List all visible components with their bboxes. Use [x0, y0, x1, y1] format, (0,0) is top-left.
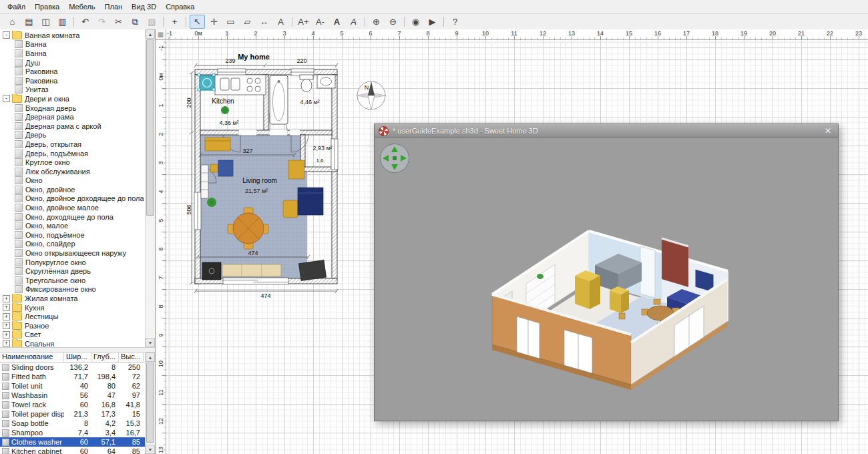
catalog-item[interactable]: Входная дверь: [0, 103, 146, 113]
3d-window-titlebar[interactable]: * userGuideExample.sh3d - Sweet Home 3D …: [375, 124, 838, 138]
3d-view-window[interactable]: * userGuideExample.sh3d - Sweet Home 3D …: [374, 124, 839, 421]
compass[interactable]: N: [357, 81, 386, 109]
scrollbar-thumb[interactable]: [146, 39, 154, 216]
catalog-category-living-room[interactable]: +Жилая комната: [0, 294, 146, 303]
table-row[interactable]: Clothes washer6057,185: [0, 437, 146, 447]
save-plan-button[interactable]: ◫: [38, 15, 53, 29]
desk-2[interactable]: [288, 160, 304, 179]
new-plan-button[interactable]: ⌂: [5, 15, 20, 29]
tree-toggle-icon[interactable]: +: [3, 313, 10, 320]
catalog-scrollbar[interactable]: ▲ ▼: [145, 29, 155, 347]
tree-toggle-icon[interactable]: -: [3, 95, 10, 102]
catalog-category-staircases[interactable]: +Лестницы: [0, 312, 146, 321]
3d-scene[interactable]: [375, 138, 838, 421]
create-dimensions-mode-button[interactable]: ↔: [256, 15, 272, 29]
plant-icon[interactable]: [207, 198, 216, 207]
catalog-category-light[interactable]: +Свет: [0, 330, 146, 340]
scroll-down-button[interactable]: ▼: [146, 445, 155, 454]
decrease-text-size-button[interactable]: A-: [312, 15, 328, 29]
catalog-item[interactable]: Раковина: [0, 67, 146, 76]
sofa[interactable]: [205, 138, 230, 151]
catalog-item[interactable]: Душ: [0, 58, 146, 67]
table-row[interactable]: Sliding doors136,28250: [0, 363, 146, 372]
sidebar-splitter[interactable]: [0, 347, 155, 353]
zoom-out-button[interactable]: ⊖: [385, 15, 401, 29]
increase-text-size-button[interactable]: A+: [296, 15, 311, 29]
paste-button[interactable]: ▨: [144, 15, 160, 29]
tree-toggle-icon[interactable]: -: [3, 31, 10, 39]
tree-toggle-icon[interactable]: +: [3, 295, 10, 302]
menu-edit[interactable]: Правка: [30, 0, 64, 13]
armchair[interactable]: [283, 200, 298, 218]
toilet[interactable]: [300, 75, 313, 92]
catalog-category-bathroom[interactable]: -Ванная комната: [0, 31, 146, 40]
tree-toggle-icon[interactable]: +: [3, 331, 10, 338]
column-header-width[interactable]: Шир...: [64, 353, 91, 362]
tree-toggle-icon[interactable]: +: [3, 340, 10, 347]
catalog-item[interactable]: Окно, доходящее до пола: [0, 212, 146, 222]
scroll-up-button[interactable]: ▲: [146, 29, 155, 39]
close-button[interactable]: ✕: [822, 126, 834, 136]
create-rooms-mode-button[interactable]: ▱: [240, 15, 255, 29]
catalog-item[interactable]: Окно открывающееся наружу: [0, 248, 146, 258]
table-row[interactable]: Shampoo7,43,416,7: [0, 428, 146, 437]
hifi-unit[interactable]: [202, 262, 221, 280]
column-header-height[interactable]: Выс...: [119, 353, 144, 362]
3d-view-canvas[interactable]: [375, 138, 838, 421]
catalog-item[interactable]: Полукруглое окно: [0, 258, 146, 267]
tv[interactable]: [298, 260, 326, 280]
clothes-washer-selected[interactable]: [198, 73, 215, 91]
menu-help[interactable]: Справка: [161, 0, 199, 13]
create-walls-mode-button[interactable]: ▭: [223, 15, 238, 29]
catalog-item[interactable]: Дверь, открытая: [0, 140, 146, 149]
catalog-item[interactable]: Треугольное окно: [0, 276, 146, 285]
catalog-item[interactable]: Ванна: [0, 40, 146, 49]
catalog-category-bedroom[interactable]: +Спальня: [0, 339, 146, 347]
catalog-item[interactable]: Дверь, подъёмная: [0, 149, 146, 158]
table-row[interactable]: Washbasin564797: [0, 391, 146, 400]
furniture-list-scrollbar[interactable]: ▲ ▼: [145, 353, 155, 454]
catalog-item[interactable]: Окно, двойное доходящее до пола: [0, 194, 146, 204]
plant-icon[interactable]: [221, 106, 229, 114]
nav-down-arrow[interactable]: [391, 164, 398, 170]
bold-button[interactable]: A: [329, 15, 345, 29]
bathtub[interactable]: [270, 75, 288, 124]
nav-up-arrow[interactable]: [391, 146, 398, 152]
furniture-catalog-tree[interactable]: -Ванная комнатаВаннаВаннаДушРаковинаРако…: [0, 29, 146, 347]
redo-button[interactable]: ↷: [94, 15, 110, 29]
catalog-item[interactable]: Окно, слайдер: [0, 240, 146, 249]
catalog-item[interactable]: Окно, двойное малое: [0, 203, 146, 212]
create-video-button[interactable]: ▶: [425, 15, 440, 29]
menu-view-3d[interactable]: Вид 3D: [127, 0, 161, 13]
tv-bench[interactable]: [222, 264, 281, 276]
copy-button[interactable]: ⧉: [128, 15, 143, 29]
zoom-in-button[interactable]: ⊕: [369, 15, 384, 29]
table-row[interactable]: Fitted bath71,7198,472: [0, 372, 146, 381]
catalog-item[interactable]: Фиксированное окно: [0, 285, 146, 294]
nav-center[interactable]: [393, 156, 397, 160]
table-row[interactable]: Towel rack6016,841,8: [0, 400, 146, 409]
table-row[interactable]: Kitchen cabinet606485: [0, 447, 146, 454]
catalog-item[interactable]: Раковина: [0, 76, 146, 85]
catalog-item[interactable]: Дверная рама с аркой: [0, 122, 146, 131]
catalog-item[interactable]: Люк обслуживания: [0, 167, 146, 176]
print-plan-button[interactable]: ▥: [55, 15, 70, 29]
wardrobe-3d[interactable]: [575, 270, 600, 309]
nav-left-arrow[interactable]: [383, 155, 389, 162]
column-header-depth[interactable]: Глуб...: [91, 353, 119, 362]
nav-right-arrow[interactable]: [401, 155, 407, 162]
table-row[interactable]: Toilet paper disp...21,317,315: [0, 409, 146, 419]
catalog-item[interactable]: Унитаз: [0, 85, 146, 95]
catalog-item[interactable]: Окно: [0, 176, 146, 186]
bed[interactable]: [298, 188, 323, 215]
undo-button[interactable]: ↶: [77, 15, 93, 29]
catalog-item[interactable]: Окно, подъёмное: [0, 230, 146, 240]
menu-plan[interactable]: План: [100, 0, 128, 13]
pan-mode-button[interactable]: ✛: [206, 15, 222, 29]
catalog-item[interactable]: Скруглённая дверь: [0, 266, 146, 276]
scrollbar-thumb[interactable]: [146, 363, 154, 443]
catalog-item[interactable]: Круглое окно: [0, 158, 146, 167]
tree-toggle-icon[interactable]: +: [3, 322, 10, 329]
catalog-item[interactable]: Окно, малое: [0, 221, 146, 230]
add-text-mode-button[interactable]: A: [273, 15, 288, 29]
